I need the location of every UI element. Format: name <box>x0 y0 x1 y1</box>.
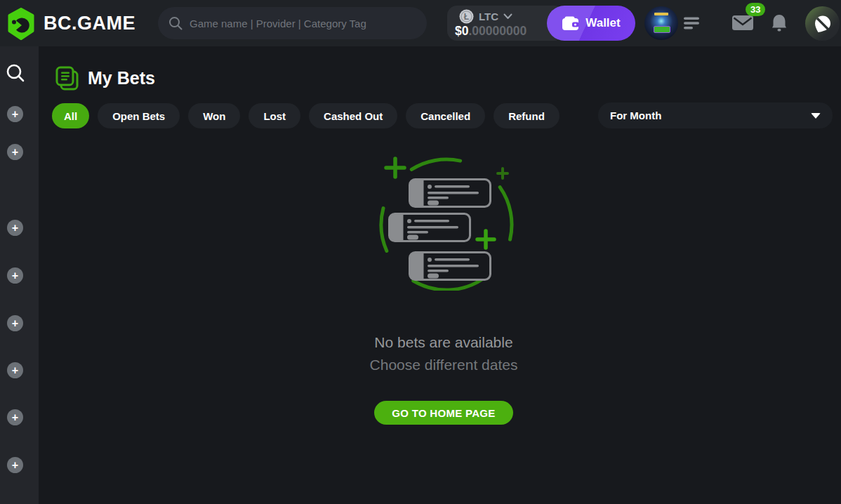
sidebar-add-button-4[interactable]: + <box>7 267 23 284</box>
page-header: My Bets <box>55 66 155 91</box>
plus-icon: + <box>12 460 18 471</box>
go-home-button[interactable]: GO TO HOME PAGE <box>374 401 513 425</box>
sidebar-add-button-1[interactable]: + <box>7 106 23 122</box>
plus-icon: + <box>12 109 18 120</box>
messages-icon[interactable] <box>732 15 753 30</box>
support-chat-button[interactable] <box>805 6 840 41</box>
currency-code: LTC <box>479 11 498 22</box>
sidebar-add-button-3[interactable]: + <box>7 220 23 236</box>
profile-menu-icon[interactable] <box>684 15 699 31</box>
sidebar-add-button-7[interactable]: + <box>7 409 23 425</box>
plus-icon: + <box>12 318 18 329</box>
left-sidebar: + + + + + + + + <box>0 46 39 504</box>
messages-count-badge: 33 <box>746 3 765 16</box>
filter-all[interactable]: All <box>52 103 89 128</box>
empty-state-line2: Choose different dates <box>268 354 619 376</box>
sidebar-search-icon[interactable] <box>6 63 25 83</box>
plus-icon: + <box>12 223 18 234</box>
plus-icon: + <box>12 365 18 376</box>
balance-fraction: .00000000 <box>468 24 527 38</box>
plus-icon: + <box>12 147 18 158</box>
filter-open-bets[interactable]: Open Bets <box>98 103 180 128</box>
chevron-down-icon <box>503 13 512 20</box>
sidebar-add-button-6[interactable]: + <box>7 362 23 378</box>
svg-text:Ł: Ł <box>464 12 469 22</box>
wallet-button[interactable]: Wallet <box>547 6 635 41</box>
search-icon <box>168 16 183 30</box>
filter-refund[interactable]: Refund <box>494 103 559 128</box>
brand-title[interactable]: BC.GAME <box>44 13 135 34</box>
ltc-coin-icon: Ł <box>459 9 474 24</box>
bet-status-filters: All Open Bets Won Lost Cashed Out Cancel… <box>52 103 559 128</box>
main-content: My Bets All Open Bets Won Lost Cashed Ou… <box>39 46 841 504</box>
sidebar-add-button-5[interactable]: + <box>7 315 23 331</box>
wallet-button-label: Wallet <box>585 16 620 30</box>
page-title: My Bets <box>88 68 155 88</box>
empty-state-line1: No bets are available <box>268 331 619 354</box>
sidebar-add-button-8[interactable]: + <box>7 457 23 473</box>
bcgame-logo-icon[interactable] <box>7 8 35 40</box>
chat-pen-icon <box>813 14 833 34</box>
user-avatar[interactable] <box>644 6 678 40</box>
my-bets-icon <box>55 66 79 91</box>
empty-bets-illustration <box>373 156 514 291</box>
plus-icon: + <box>12 270 18 281</box>
wallet-icon <box>562 16 579 31</box>
balance-whole: $0 <box>455 24 468 38</box>
filter-won[interactable]: Won <box>188 103 240 128</box>
filter-lost[interactable]: Lost <box>249 103 300 128</box>
search-input[interactable] <box>190 18 416 29</box>
game-search-bar[interactable] <box>158 7 427 39</box>
period-select[interactable]: For Month <box>598 102 833 128</box>
wallet-balance: $0.00000000 <box>455 24 527 39</box>
sidebar-add-button-2[interactable]: + <box>7 144 23 160</box>
app-window: BC.GAME Ł LTC $0.00000000 <box>0 0 841 504</box>
filter-cancelled[interactable]: Cancelled <box>406 103 485 128</box>
top-header: BC.GAME Ł LTC $0.00000000 <box>0 0 841 46</box>
period-select-value: For Month <box>610 110 661 121</box>
plus-icon: + <box>12 412 18 423</box>
notifications-bell-icon[interactable] <box>772 14 787 32</box>
empty-state-message: No bets are available Choose different d… <box>268 331 619 376</box>
filter-cashed-out[interactable]: Cashed Out <box>309 103 397 128</box>
caret-down-icon <box>811 113 821 119</box>
